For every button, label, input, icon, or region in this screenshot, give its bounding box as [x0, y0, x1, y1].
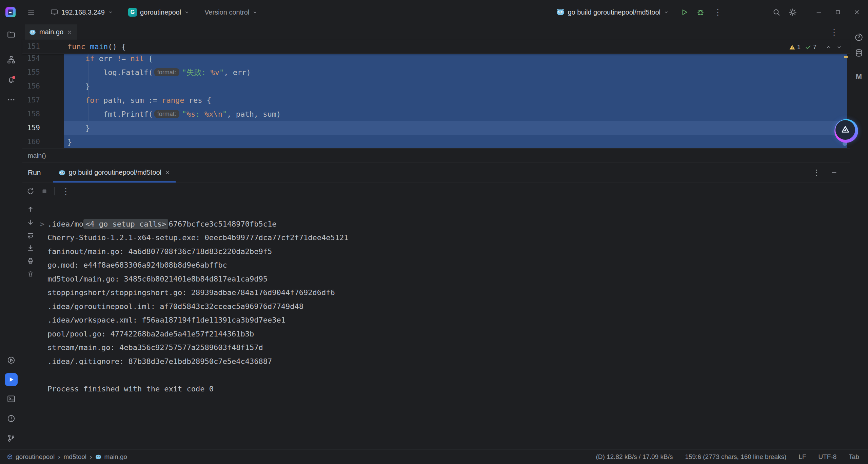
m-plugin-tool-button[interactable]: M [852, 70, 866, 83]
status-crumb-project[interactable]: goroutinepool [7, 453, 55, 461]
breadcrumb-main[interactable]: main() [28, 152, 46, 159]
line-number[interactable]: 156 [22, 79, 40, 93]
status-crumb-file[interactable]: main.go [95, 453, 127, 461]
more-tool-windows-button[interactable] [4, 93, 18, 107]
console-line[interactable]: stream/main.go: 4eba356c92757577a2589603… [47, 341, 840, 355]
run-tool-button-active[interactable] [5, 373, 18, 386]
console-fold-line[interactable]: ><4 go setup calls> [47, 204, 840, 217]
status-item[interactable]: Tab [849, 453, 859, 461]
line-number[interactable]: 160 [22, 135, 40, 148]
status-crumb-label: md5tool [63, 453, 86, 461]
close-button[interactable] [847, 0, 866, 24]
code-token: %x [204, 110, 214, 118]
status-item[interactable]: (D) 12.82 kB/s / 17.09 kB/s [596, 453, 673, 461]
code-line[interactable]: 155 log.Fatalf(format:"失败: %v", err) [22, 65, 850, 79]
folded-region[interactable]: <4 go setup calls> [83, 219, 168, 229]
tab-close-icon[interactable] [67, 30, 72, 35]
code-token: () { [108, 42, 126, 51]
tab-main-go[interactable]: main.go [25, 24, 77, 40]
line-number[interactable]: 158 [22, 107, 40, 121]
console-gutter [22, 206, 39, 277]
structure-tool-button[interactable] [4, 53, 18, 66]
console-line[interactable] [47, 368, 840, 382]
notifications-button[interactable] [4, 73, 18, 87]
run-tab-close-icon[interactable] [165, 170, 170, 175]
next-problem-button[interactable] [836, 44, 842, 50]
code-token: } [67, 124, 90, 132]
remote-host-widget[interactable]: 192.168.3.249 [47, 6, 117, 18]
database-tool-button[interactable] [852, 46, 866, 60]
goland-logo-icon [5, 7, 16, 17]
line-number[interactable]: 155 [22, 65, 40, 79]
run-configuration-widget[interactable]: go build goroutinepool/md5tool [553, 6, 672, 18]
soft-wrap-button[interactable] [27, 231, 34, 239]
code-line[interactable]: 160} [22, 135, 850, 148]
status-item[interactable]: UTF-8 [818, 453, 837, 461]
editor[interactable]: 154 if err != nil {155 log.Fatalf(format… [22, 54, 850, 148]
main-menu-button[interactable] [24, 6, 39, 18]
run-tab[interactable]: go build goroutinepool/md5tool [53, 163, 176, 182]
console-line[interactable]: .idea/workspace.xml: f56aa187194f1de1139… [47, 313, 840, 327]
git-tool-button[interactable] [4, 431, 18, 445]
warning-stripe-mark[interactable] [844, 56, 848, 58]
up-stacktrace-button[interactable] [27, 206, 34, 213]
code-line[interactable]: 159 } [22, 121, 850, 135]
problems-tool-button[interactable] [4, 412, 18, 425]
more-actions-button[interactable]: ⋮ [712, 8, 723, 16]
toolbar-separator [54, 187, 55, 195]
code-tokens: fmt.Printf(format:"%s: %x\n", path, sum) [67, 107, 281, 122]
rerun-button[interactable] [26, 187, 35, 195]
code-line[interactable]: 158 fmt.Printf(format:"%s: %x\n", path, … [22, 107, 850, 121]
console-line[interactable]: .idea/goroutinepool.iml: af70d5843c32cce… [47, 300, 840, 314]
code-line[interactable]: 151func main() { [22, 40, 850, 54]
services-tool-button[interactable] [4, 353, 18, 367]
line-number[interactable]: 151 [22, 40, 40, 54]
stop-button[interactable] [40, 187, 48, 195]
clear-console-button[interactable] [27, 270, 34, 277]
project-tool-button[interactable] [4, 28, 18, 41]
console-line[interactable]: Process finished with the exit code 0 [47, 382, 840, 396]
status-item[interactable]: 159:6 (2773 chars, 160 line breaks) [685, 453, 786, 461]
search-button[interactable] [772, 8, 781, 17]
console-line[interactable]: md5tool/main.go: 3485c6b8021401e8b84d817… [47, 272, 840, 286]
run-panel-options-button[interactable]: ⋮ [811, 169, 822, 177]
console-line[interactable]: go.mod: e44f8ae683306a924b08b8d9e6abffbc [47, 258, 840, 272]
tab-options-button[interactable]: ⋮ [829, 28, 840, 36]
code-line[interactable]: 154 if err != nil { [22, 54, 850, 65]
code-line[interactable]: 157 for path, sum := range res { [22, 93, 850, 107]
go-file-icon [95, 454, 101, 460]
project-widget[interactable]: G goroutinepool [125, 6, 193, 19]
console-line[interactable]: faninout/main.go: 4a6d807708f36c718d83c2… [47, 245, 840, 259]
passed-indicator[interactable]: 7 [805, 44, 816, 51]
code-token: : [195, 110, 204, 118]
ai-assistant-tool-button[interactable] [852, 31, 866, 44]
line-number[interactable]: 159 [22, 121, 40, 135]
scroll-to-end-button[interactable] [27, 244, 34, 252]
code-line[interactable]: 156 } [22, 79, 850, 93]
hide-panel-button[interactable] [831, 169, 837, 176]
line-number[interactable]: 154 [22, 54, 40, 65]
ai-assistant-fab[interactable] [834, 119, 858, 143]
print-button[interactable] [27, 257, 34, 265]
vcs-widget[interactable]: Version control [201, 6, 261, 18]
settings-gear-button[interactable] [788, 8, 797, 17]
sticky-line[interactable]: 151func main() { [22, 40, 850, 54]
console-line[interactable]: .idea/.gitignore: 87b38d3e7e1bdb28950c7e… [47, 355, 840, 369]
terminal-tool-button[interactable] [4, 392, 18, 406]
maximize-button[interactable] [828, 0, 847, 24]
console-line[interactable]: stoppingshort/stoppingshort.go: 28939adb… [47, 286, 840, 300]
status-crumb-md5tool[interactable]: md5tool [63, 453, 86, 461]
run-toolbar-more-button[interactable]: ⋮ [60, 187, 71, 195]
console-line[interactable]: pool/pool.go: 47742268ba2ade5a41e57f2144… [47, 327, 840, 341]
line-number[interactable]: 157 [22, 93, 40, 107]
fold-arrow-icon[interactable]: > [40, 217, 44, 231]
minimize-button[interactable] [809, 0, 828, 24]
prev-problem-button[interactable] [826, 44, 832, 50]
structure-icon [7, 55, 16, 64]
down-stacktrace-button[interactable] [27, 218, 34, 226]
console-line[interactable]: Cherry-Studio-1.2.1-x64-setup.exe: 0eecb… [47, 231, 840, 245]
status-item[interactable]: LF [798, 453, 806, 461]
debug-button[interactable] [696, 8, 705, 17]
warnings-indicator[interactable]: 1 [789, 44, 801, 51]
run-button[interactable] [680, 8, 689, 17]
